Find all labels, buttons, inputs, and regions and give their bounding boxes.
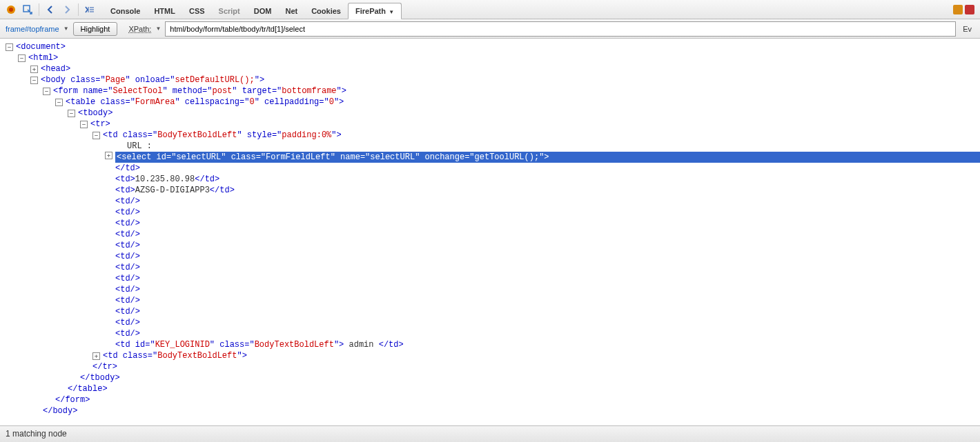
node-text: <body class="Page" onload="setDefaultURL…	[41, 74, 264, 86]
tree-node[interactable]: <td/>	[6, 328, 980, 339]
node-text: <td>10.235.80.98</td>	[115, 174, 219, 185]
node-text: <tr>	[90, 119, 110, 130]
tree-node[interactable]: <td/>	[6, 229, 980, 240]
tab-firepath[interactable]: FirePath ▼	[348, 3, 402, 19]
panel-tabs: Console HTML CSS Script DOM Net Cookies …	[104, 0, 402, 19]
xpath-input[interactable]	[165, 21, 956, 37]
tree-node[interactable]: <td/>	[6, 306, 980, 317]
node-text: <td class="BodyTextBoldLeft">	[103, 350, 247, 361]
tree-node[interactable]: <td/>	[6, 284, 980, 295]
command-line-icon[interactable]	[84, 3, 96, 16]
tree-node[interactable]: <td/>	[6, 218, 980, 229]
tree-node[interactable]: +<head>	[6, 63, 980, 74]
tab-label: FirePath	[355, 7, 386, 15]
tree-node[interactable]: </body>	[6, 405, 980, 416]
node-text: <td/>	[115, 317, 140, 328]
tab-net[interactable]: Net	[278, 3, 304, 19]
tree-node[interactable]: −<tr>	[6, 119, 980, 130]
node-text: </tr>	[92, 361, 117, 372]
tree-node[interactable]: <td/>	[6, 317, 980, 328]
tree-node[interactable]: <td/>	[6, 240, 980, 251]
tree-node-selected[interactable]: +<select id="selectURL" class="FormField…	[6, 152, 980, 163]
tree-node[interactable]: −<tbody>	[6, 108, 980, 119]
node-text: </body>	[43, 405, 77, 416]
collapse-icon[interactable]: −	[55, 99, 63, 106]
tree-node[interactable]: </tr>	[6, 361, 980, 372]
expand-icon[interactable]: +	[30, 66, 38, 73]
tab-dom[interactable]: DOM	[247, 3, 279, 19]
tab-css[interactable]: CSS	[182, 3, 212, 19]
node-text: <tbody>	[78, 108, 112, 119]
tree-node[interactable]: </table>	[6, 383, 980, 394]
firebug-icon[interactable]	[5, 3, 17, 16]
collapse-icon[interactable]: −	[68, 110, 75, 117]
node-text: <td/>	[115, 229, 140, 240]
node-text: <td/>	[115, 273, 140, 284]
tree-node[interactable]: −<html>	[6, 52, 980, 63]
chevron-down-icon[interactable]: ▼	[155, 26, 161, 32]
node-text: <td/>	[115, 251, 140, 262]
tree-node[interactable]: −<form name="SelectTool" method="post" t…	[6, 86, 980, 97]
tab-script[interactable]: Script	[212, 3, 247, 19]
tree-node[interactable]: <td/>	[6, 262, 980, 273]
tree-node[interactable]: <td>AZSG-D-DIGIAPP3</td>	[6, 185, 980, 196]
highlight-button[interactable]: Highlight	[73, 22, 118, 36]
collapse-icon[interactable]: −	[92, 132, 100, 139]
expand-icon[interactable]: +	[92, 352, 100, 360]
tree-node[interactable]: <td/>	[6, 196, 980, 207]
chevron-down-icon: ▼	[387, 9, 394, 15]
node-text: </td>	[115, 163, 140, 174]
node-text: <td id="KEY_LOGINID" class="BodyTextBold…	[115, 339, 404, 350]
forward-icon[interactable]	[61, 3, 73, 16]
node-text: </tbody>	[80, 372, 120, 383]
tree-node[interactable]: <td>10.235.80.98</td>	[6, 174, 980, 185]
node-text: <td/>	[115, 295, 140, 306]
collapse-icon[interactable]: −	[30, 77, 38, 84]
collapse-icon[interactable]: −	[6, 43, 13, 51]
tree-node[interactable]: <td/>	[6, 251, 980, 262]
inspect-icon[interactable]	[21, 3, 34, 16]
separator	[39, 3, 39, 16]
tree-node[interactable]: −<table class="FormArea" cellspacing="0"…	[6, 97, 980, 108]
tab-cookies[interactable]: Cookies	[304, 3, 348, 19]
back-icon[interactable]	[44, 3, 57, 16]
separator	[78, 3, 79, 16]
node-text: <td/>	[115, 196, 140, 207]
tree-node[interactable]: <td/>	[6, 295, 980, 306]
node-text: <head>	[41, 63, 70, 74]
main-toolbar: Console HTML CSS Script DOM Net Cookies …	[0, 0, 980, 19]
collapse-icon[interactable]: −	[80, 121, 88, 128]
collapse-icon[interactable]: −	[18, 54, 26, 62]
tree-node[interactable]: <td/>	[6, 273, 980, 284]
frame-crumb[interactable]: frame#topframe	[6, 25, 59, 33]
tree-node[interactable]: −<td class="BodyTextBoldLeft" style="pad…	[6, 130, 980, 141]
eval-label[interactable]: Ev	[960, 25, 974, 33]
tree-node[interactable]: </form>	[6, 394, 980, 405]
svg-point-1	[9, 8, 13, 12]
tree-node[interactable]: URL :	[6, 141, 980, 152]
collapse-icon[interactable]: −	[43, 88, 50, 95]
node-text: URL :	[127, 141, 152, 152]
xpath-toolbar: frame#topframe ▼ Highlight XPath: ▼ Ev	[0, 19, 980, 39]
node-text: <td/>	[115, 284, 140, 295]
tree-node[interactable]: </td>	[6, 163, 980, 174]
close-button[interactable]	[965, 5, 974, 14]
node-text: <document>	[16, 41, 66, 52]
xpath-label: XPath:	[128, 25, 151, 33]
tree-node[interactable]: <td/>	[6, 207, 980, 218]
tree-node[interactable]: −<body class="Page" onload="setDefaultUR…	[6, 74, 980, 86]
tree-node[interactable]: <td id="KEY_LOGINID" class="BodyTextBold…	[6, 339, 980, 350]
node-text: <td class="BodyTextBoldLeft" style="padd…	[103, 130, 342, 141]
window-buttons	[953, 5, 977, 14]
tree-node[interactable]: −<document>	[6, 41, 980, 52]
tab-console[interactable]: Console	[104, 3, 147, 19]
node-text: <td/>	[115, 240, 140, 251]
expand-icon[interactable]: +	[105, 152, 112, 159]
tab-html[interactable]: HTML	[147, 3, 182, 19]
node-text: <td/>	[115, 306, 140, 317]
chevron-down-icon[interactable]: ▼	[63, 26, 69, 32]
tree-node[interactable]: </tbody>	[6, 372, 980, 383]
tree-node[interactable]: +<td class="BodyTextBoldLeft">	[6, 350, 980, 361]
node-text: <form name="SelectTool" method="post" ta…	[53, 86, 346, 97]
minimize-button[interactable]	[953, 5, 963, 14]
